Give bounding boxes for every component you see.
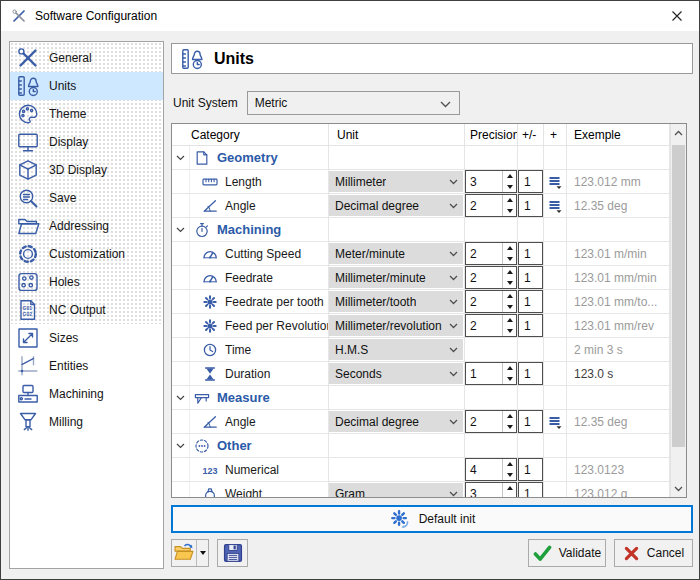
group-row-other[interactable]: Other <box>172 434 670 458</box>
sidebar-item-theme[interactable]: Theme <box>10 100 163 128</box>
spin-down-icon[interactable] <box>503 254 516 265</box>
unit-combobox[interactable]: Millimeter <box>329 171 463 192</box>
unit-row-weight[interactable]: WeightGram31123.012 g <box>172 482 670 497</box>
sidebar-item-machining[interactable]: Machining <box>10 380 163 408</box>
spin-down-icon[interactable] <box>503 494 516 498</box>
group-row-geometry[interactable]: Geometry <box>172 146 670 170</box>
unit-row-duration[interactable]: DurationSeconds11123.0 s <box>172 362 670 386</box>
unit-combobox[interactable]: H.M.S <box>329 339 463 360</box>
sidebar-item-display[interactable]: Display <box>10 128 163 156</box>
collapse-chevron-icon[interactable] <box>176 443 185 449</box>
sidebar-item-sizes[interactable]: Sizes <box>10 324 163 352</box>
spin-up-icon[interactable] <box>503 171 516 182</box>
validate-button[interactable]: Validate <box>528 539 606 567</box>
close-icon[interactable] <box>669 8 685 24</box>
unit-combobox[interactable]: Meter/minute <box>329 243 463 264</box>
unit-row-feed-per-revolution[interactable]: Feed per RevolutionMillimeter/revolution… <box>172 314 670 338</box>
unit-row-length[interactable]: LengthMillimeter31123.012 mm <box>172 170 670 194</box>
spin-up-icon[interactable] <box>503 411 516 422</box>
default-init-button[interactable]: Default init <box>171 505 693 533</box>
sidebar-item-customization[interactable]: Customization <box>10 240 163 268</box>
spin-down-icon[interactable] <box>503 422 516 433</box>
vertical-scrollbar[interactable] <box>670 124 686 497</box>
cancel-button[interactable]: Cancel <box>614 539 693 567</box>
group-row-machining[interactable]: Machining <box>172 218 670 242</box>
scroll-up-icon[interactable] <box>671 124 686 141</box>
unit-combobox[interactable]: Seconds <box>329 363 463 384</box>
unit-row-angle[interactable]: AngleDecimal degree2112.35 deg <box>172 194 670 218</box>
unit-combobox[interactable]: Decimal degree <box>329 195 463 216</box>
precision-spinbox[interactable]: 3 <box>465 482 517 497</box>
sidebar-item-milling[interactable]: Milling <box>10 408 163 436</box>
sidebar-item-entities[interactable]: Entities <box>10 352 163 380</box>
spin-up-icon[interactable] <box>503 315 516 326</box>
unit-combobox[interactable]: Millimeter/minute <box>329 267 463 288</box>
tolerance-input[interactable]: 1 <box>518 410 543 433</box>
spin-up-icon[interactable] <box>503 195 516 206</box>
sidebar-item-nc-output[interactable]: G01G02NC Output <box>10 296 163 324</box>
column-header-unit[interactable]: Unit <box>329 124 465 146</box>
group-row-measure[interactable]: Measure <box>172 386 670 410</box>
unit-row-feedrate[interactable]: FeedrateMillimeter/minute21123.01 mm/min <box>172 266 670 290</box>
tolerance-input[interactable]: 1 <box>518 482 543 497</box>
scroll-down-icon[interactable] <box>671 480 686 497</box>
tolerance-input[interactable]: 1 <box>518 290 543 313</box>
precision-spinbox[interactable]: 3 <box>465 170 517 193</box>
column-header-exemple[interactable]: Exemple <box>567 124 670 146</box>
column-header-tolerance[interactable]: +/- <box>518 124 544 146</box>
sidebar-item-units[interactable]: Units <box>10 72 163 100</box>
precision-spinbox[interactable]: 2 <box>465 266 517 289</box>
unit-combobox[interactable]: Millimeter/tooth <box>329 291 463 312</box>
precision-spinbox[interactable]: 2 <box>465 242 517 265</box>
collapse-chevron-icon[interactable] <box>176 395 185 401</box>
unit-combobox[interactable]: Gram <box>329 483 463 497</box>
tolerance-input[interactable]: 1 <box>518 266 543 289</box>
sidebar-item-save[interactable]: Save <box>10 184 163 212</box>
unit-row-numerical[interactable]: 123Numerical41123.0123 <box>172 458 670 482</box>
format-menu-icon[interactable] <box>547 198 563 214</box>
spin-up-icon[interactable] <box>503 483 516 494</box>
spin-down-icon[interactable] <box>503 302 516 313</box>
tolerance-input[interactable]: 1 <box>518 458 543 481</box>
column-header-plus[interactable]: + <box>544 124 567 146</box>
unit-combobox[interactable]: Decimal degree <box>329 411 463 432</box>
precision-spinbox[interactable]: 2 <box>465 314 517 337</box>
unit-row-feedrate-per-tooth[interactable]: Feedrate per toothMillimeter/tooth21123.… <box>172 290 670 314</box>
unit-system-select[interactable]: Metric <box>247 91 460 115</box>
sidebar-item-3d-display[interactable]: 3D Display <box>10 156 163 184</box>
tolerance-input[interactable]: 1 <box>518 170 543 193</box>
open-file-button[interactable] <box>171 539 209 567</box>
spin-down-icon[interactable] <box>503 470 516 481</box>
format-menu-icon[interactable] <box>547 174 563 190</box>
precision-spinbox[interactable]: 2 <box>465 410 517 433</box>
tolerance-input[interactable]: 1 <box>518 194 543 217</box>
precision-spinbox[interactable]: 2 <box>465 290 517 313</box>
unit-row-cutting-speed[interactable]: Cutting SpeedMeter/minute21123.01 m/min <box>172 242 670 266</box>
spin-down-icon[interactable] <box>503 278 516 289</box>
open-dropdown-arrow[interactable] <box>196 540 208 566</box>
spin-up-icon[interactable] <box>503 363 516 374</box>
precision-spinbox[interactable]: 2 <box>465 194 517 217</box>
spin-up-icon[interactable] <box>503 243 516 254</box>
sidebar-item-addressing[interactable]: Addressing <box>10 212 163 240</box>
collapse-chevron-icon[interactable] <box>176 155 185 161</box>
tolerance-input[interactable]: 1 <box>518 242 543 265</box>
spin-down-icon[interactable] <box>503 326 516 337</box>
precision-spinbox[interactable]: 4 <box>465 458 517 481</box>
collapse-chevron-icon[interactable] <box>176 227 185 233</box>
scrollbar-thumb[interactable] <box>672 145 685 447</box>
unit-row-time[interactable]: TimeH.M.S2 min 3 s <box>172 338 670 362</box>
unit-combobox[interactable]: Millimeter/revolution <box>329 315 463 336</box>
column-header-precision[interactable]: Precision <box>465 124 518 146</box>
unit-row-angle[interactable]: AngleDecimal degree2112.35 deg <box>172 410 670 434</box>
sidebar-item-holes[interactable]: Holes <box>10 268 163 296</box>
save-file-button[interactable] <box>217 539 248 567</box>
format-menu-icon[interactable] <box>547 414 563 430</box>
sidebar-item-general[interactable]: General <box>10 44 163 72</box>
spin-up-icon[interactable] <box>503 291 516 302</box>
spin-down-icon[interactable] <box>503 182 516 193</box>
column-header-category[interactable]: Category <box>172 124 329 146</box>
spin-up-icon[interactable] <box>503 459 516 470</box>
folder-open-icon[interactable] <box>172 540 196 566</box>
spin-down-icon[interactable] <box>503 206 516 217</box>
